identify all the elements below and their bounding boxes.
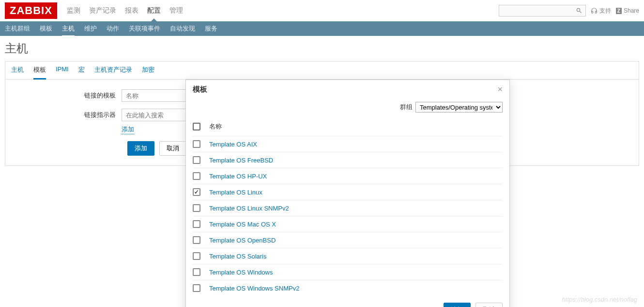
tab[interactable]: IPMI — [56, 65, 69, 79]
topnav-item[interactable]: 资产记录 — [89, 6, 116, 15]
global-search[interactable] — [499, 5, 586, 16]
submit-button[interactable]: 添加 — [127, 141, 154, 156]
tab[interactable]: 主机 — [11, 65, 24, 79]
modal-filter: 群组 Templates/Operating systems — [186, 99, 509, 117]
template-modal: 模板 × 群组 Templates/Operating systems 名称 T… — [185, 80, 510, 171]
topnav-item[interactable]: 监测 — [67, 6, 80, 15]
group-label: 群组 — [400, 103, 413, 112]
tab[interactable]: 宏 — [78, 65, 85, 79]
template-row: Template OS HP-UX — [193, 168, 503, 171]
group-select[interactable]: Templates/Operating systems — [415, 102, 503, 113]
tab-bar: 主机模板IPMI宏主机资产记录加密 — [5, 62, 639, 80]
subnav-item[interactable]: 主机 — [62, 24, 75, 37]
subnav-item[interactable]: 动作 — [107, 24, 119, 33]
top-header: ZABBIX 监测资产记录报表配置管理 支持 Z Share — [0, 0, 644, 21]
subnav-item[interactable]: 主机群组 — [5, 24, 30, 33]
topnav-item[interactable]: 报表 — [125, 6, 138, 15]
subnav-item[interactable]: 服务 — [205, 24, 217, 33]
top-nav: 监测资产记录报表配置管理 — [67, 6, 183, 15]
subnav-item[interactable]: 自动发现 — [170, 24, 195, 33]
template-row: Template OS FreeBSD — [193, 152, 503, 168]
label-linked-templates: 链接的模板 — [15, 89, 122, 100]
support-link[interactable]: 支持 — [591, 7, 611, 15]
subnav-item[interactable]: 维护 — [84, 24, 97, 33]
label-link-new: 链接指示器 — [15, 109, 122, 119]
share-label: Share — [624, 7, 639, 14]
template-name-link[interactable]: Template OS FreeBSD — [209, 157, 273, 164]
template-checkbox[interactable] — [193, 140, 200, 148]
logo[interactable]: ZABBIX — [5, 2, 57, 19]
modal-header: 模板 × — [186, 80, 509, 99]
headset-icon — [591, 7, 598, 14]
cancel-button[interactable]: 取消 — [159, 141, 186, 156]
template-row: Template OS AIX — [193, 136, 503, 152]
template-table-header: 名称 — [193, 117, 503, 136]
search-icon — [576, 7, 583, 14]
name-column-header: 名称 — [209, 122, 222, 131]
share-icon: Z — [616, 8, 622, 14]
subnav-item[interactable]: 关联项事件 — [129, 24, 160, 33]
add-template-link[interactable]: 添加 — [122, 125, 134, 134]
subnav-item[interactable]: 模板 — [40, 24, 52, 33]
template-checkbox[interactable] — [193, 156, 200, 164]
tab[interactable]: 主机资产记录 — [94, 65, 132, 79]
template-name-link[interactable]: Template OS AIX — [209, 141, 257, 148]
support-label: 支持 — [599, 7, 611, 15]
top-right: 支持 Z Share — [499, 5, 639, 16]
modal-title: 模板 — [193, 85, 207, 94]
topnav-item[interactable]: 管理 — [169, 6, 183, 15]
select-all-checkbox[interactable] — [193, 123, 200, 130]
sub-nav: 主机群组模板主机维护动作关联项事件自动发现服务 — [0, 21, 644, 36]
close-icon[interactable]: × — [497, 85, 503, 94]
tab[interactable]: 加密 — [142, 65, 154, 79]
tab[interactable]: 模板 — [33, 65, 46, 80]
share-link[interactable]: Z Share — [616, 7, 639, 14]
topnav-item[interactable]: 配置 — [147, 6, 161, 15]
modal-body: 名称 Template OS AIXTemplate OS FreeBSDTem… — [186, 117, 509, 171]
page-title: 主机 — [5, 41, 639, 56]
